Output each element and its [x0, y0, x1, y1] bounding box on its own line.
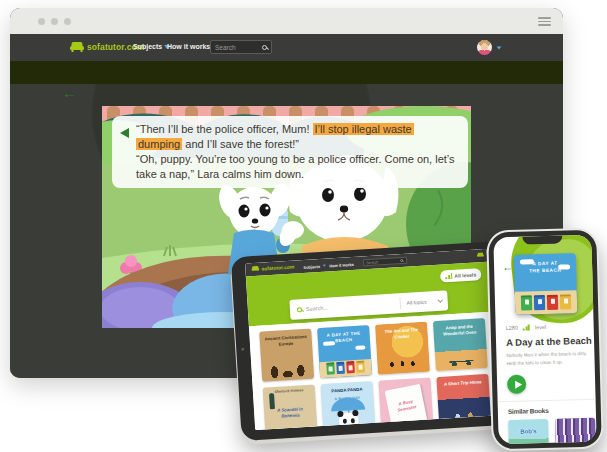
audio-play-icon[interactable] [120, 128, 129, 138]
window-controls[interactable] [38, 18, 71, 25]
chevron-down-icon [322, 265, 325, 267]
level-code: L280 [506, 325, 518, 331]
stage: sofatutor.com Subjects How it works Sear… [0, 0, 607, 452]
all-topics-dropdown[interactable]: All topics [399, 294, 448, 309]
level-chart-icon [523, 324, 530, 330]
tablet-device: sofatutor.com Subjects How it works Sear… [231, 241, 512, 441]
search-icon [262, 45, 267, 50]
book-cover-a-day-at-the-beach[interactable]: A DAY AT THE BEACH [317, 325, 372, 378]
level-label: level [535, 324, 546, 330]
book-grid: Ancient Civilisations Europe A DAY AT TH… [249, 312, 497, 431]
book-cover-a-short-trip-home[interactable]: A Short Trip Home [436, 374, 491, 427]
bin-blue [336, 362, 345, 374]
tablet-screen: sofatutor.com Subjects How it works Sear… [245, 249, 497, 430]
tablet-header-logo-mark [477, 252, 484, 258]
phone-back-arrow[interactable]: ← [502, 261, 513, 273]
user-avatar[interactable] [477, 40, 492, 55]
bin-yellow [560, 294, 571, 309]
levels-chart-icon [445, 273, 452, 279]
tablet-sofatutor-logo[interactable]: sofatutor.com [251, 264, 294, 273]
tablet-camera-icon [241, 347, 244, 350]
panda [338, 412, 359, 430]
book-cover-ant-and-cricket[interactable]: The Ant and The Cricket [375, 322, 430, 375]
bin-green [521, 295, 532, 310]
bin-red [547, 295, 558, 310]
sofa-icon [70, 42, 84, 52]
chevron-down-icon [438, 297, 444, 303]
window-dot-icon[interactable] [64, 18, 71, 25]
phone-notch [522, 236, 562, 245]
phone-book-title: A Day at the Beach [506, 335, 592, 348]
bin-yellow [356, 360, 365, 372]
book-cover-ancient-civilisations[interactable]: Ancient Civilisations Europe [259, 329, 314, 382]
all-levels-button[interactable]: All levels [440, 268, 481, 282]
play-button[interactable] [507, 375, 526, 394]
similar-books-row: Bob’s [508, 418, 596, 445]
cover-title: A DAY ATTHE BEACH [514, 253, 577, 275]
story-paragraph-2: “Oh, puppy. You’re too young to be a pol… [136, 152, 458, 182]
similar-books-heading: Similar Books [508, 407, 549, 415]
phone-book-description: Nobody likes it when the beach is dirty.… [506, 350, 596, 367]
tablet-search-input[interactable]: Search [363, 257, 407, 267]
back-arrow[interactable]: ← [62, 84, 77, 101]
search-placeholder: Search [215, 44, 236, 51]
bin-green [326, 362, 335, 374]
story-text-box: “Then I’ll be the police officer, Mum! I… [112, 116, 468, 188]
recycling-bins [515, 294, 577, 311]
phone-device: ← A DAY ATTHE BEACH L280 [486, 228, 604, 452]
bin-red [346, 361, 355, 373]
phone-book-cover[interactable]: A DAY ATTHE BEACH [514, 253, 578, 315]
nav-subjects[interactable]: Subjects [133, 43, 170, 50]
search-input[interactable]: Search [210, 40, 272, 54]
book-cover-panda-panda[interactable]: PANDA PANDA A RAINY DAY [321, 381, 376, 430]
story-paragraph-1: “Then I’ll be the police officer, Mum! I… [136, 122, 458, 152]
level-meta: L280 level [506, 324, 547, 331]
book-cover-scandal-in-bohemia[interactable]: Sherlock Holmes A Scandal in Bohemia [263, 385, 318, 431]
tablet-nav-how-it-works[interactable]: How it works [329, 261, 354, 267]
phone-bezel: ← A DAY ATTHE BEACH L280 [488, 230, 602, 450]
page-top-band [10, 61, 563, 84]
search-icon [400, 259, 403, 262]
hamburger-menu-icon[interactable] [538, 17, 551, 26]
book-cover-a-busy-semester[interactable]: A Busy Semester [378, 377, 433, 430]
tablet-nav-subjects[interactable]: Subjects [303, 263, 327, 269]
window-dot-icon[interactable] [38, 18, 45, 25]
sofa-icon [251, 266, 259, 272]
browser-chrome-bar [10, 8, 563, 34]
divider [498, 399, 596, 403]
window-dot-icon[interactable] [51, 18, 58, 25]
cloud [355, 345, 365, 350]
nav-how-it-works[interactable]: How it works [167, 43, 210, 50]
similar-book-purple-trees[interactable] [555, 418, 596, 445]
similar-book-bobs[interactable]: Bob’s [508, 419, 549, 444]
phone-screen: ← A DAY ATTHE BEACH L280 [493, 235, 596, 444]
bin-blue [534, 295, 545, 310]
avatar-dropdown-icon[interactable] [497, 46, 502, 49]
site-header: sofatutor.com Subjects How it works Sear… [10, 34, 563, 61]
book-cover-anap-wonderful-oven[interactable]: Anap and the Wonderful Oven [433, 318, 488, 371]
search-icon [297, 307, 302, 312]
